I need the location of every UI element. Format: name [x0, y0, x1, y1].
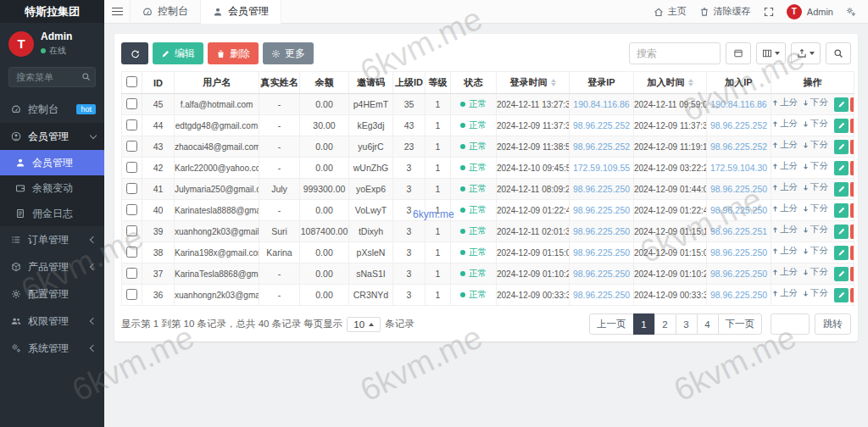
jump-page-input[interactable]: [771, 313, 810, 335]
join-ip-link[interactable]: 172.59.104.30: [710, 163, 767, 173]
table-search-input[interactable]: [629, 42, 721, 64]
row-delete-button[interactable]: [850, 203, 854, 218]
page-button[interactable]: 3: [676, 313, 698, 335]
login-ip-link[interactable]: 98.96.225.250: [573, 247, 630, 258]
fullscreen-icon[interactable]: [764, 7, 774, 17]
join-ip-link[interactable]: 98.96.225.250: [710, 205, 767, 215]
refresh-button[interactable]: [121, 42, 148, 64]
row-edit-button[interactable]: [834, 225, 849, 239]
join-ip-link[interactable]: 98.96.225.251: [710, 226, 767, 236]
deduct-score-link[interactable]: 下分: [802, 181, 828, 193]
page-button[interactable]: 4: [697, 313, 719, 335]
select-all-checkbox[interactable]: [126, 76, 137, 87]
row-checkbox[interactable]: [126, 98, 137, 109]
add-score-link[interactable]: 上分: [771, 160, 798, 172]
row-delete-button[interactable]: [850, 140, 854, 154]
deduct-score-link[interactable]: 下分: [802, 118, 828, 130]
join-ip-link[interactable]: 98.96.225.252: [710, 141, 767, 152]
page-button[interactable]: 1: [633, 313, 655, 335]
sidebar-item[interactable]: 系统管理: [0, 335, 104, 362]
jump-button[interactable]: 跳转: [815, 313, 851, 335]
join-ip-link[interactable]: 98.96.225.252: [710, 120, 767, 130]
row-delete-button[interactable]: [850, 161, 854, 175]
export-dropdown-button[interactable]: [791, 42, 821, 64]
login-ip-link[interactable]: 190.84.116.86: [573, 99, 629, 109]
row-checkbox[interactable]: [126, 247, 137, 258]
sidebar-item[interactable]: 订单管理: [0, 226, 104, 253]
row-edit-button[interactable]: [834, 161, 849, 175]
row-edit-button[interactable]: [834, 246, 849, 260]
sidebar-subitem[interactable]: 佣金日志: [0, 201, 104, 226]
add-score-link[interactable]: 上分: [771, 118, 798, 130]
deduct-score-link[interactable]: 下分: [802, 97, 828, 108]
add-score-link[interactable]: 上分: [771, 245, 798, 257]
row-edit-button[interactable]: [834, 288, 849, 302]
edit-button[interactable]: 编辑: [153, 42, 203, 64]
sidebar-item[interactable]: 权限管理: [0, 308, 104, 335]
add-score-link[interactable]: 上分: [771, 139, 798, 151]
row-edit-button[interactable]: [834, 97, 849, 112]
row-checkbox[interactable]: [126, 289, 137, 300]
add-score-link[interactable]: 上分: [771, 97, 798, 108]
login-ip-link[interactable]: 98.96.225.252: [573, 120, 630, 130]
deduct-score-link[interactable]: 下分: [802, 245, 828, 257]
row-checkbox[interactable]: [126, 268, 137, 279]
row-checkbox[interactable]: [126, 225, 137, 236]
join-ip-link[interactable]: 98.96.225.250: [710, 184, 767, 194]
deduct-score-link[interactable]: 下分: [802, 202, 828, 214]
login-ip-link[interactable]: 172.59.109.55: [573, 163, 630, 173]
row-delete-button[interactable]: [850, 288, 854, 302]
row-delete-button[interactable]: [850, 97, 854, 112]
deduct-score-link[interactable]: 下分: [802, 139, 828, 151]
row-delete-button[interactable]: [850, 267, 854, 281]
login-ip-link[interactable]: 98.96.225.250: [573, 226, 630, 236]
deduct-score-link[interactable]: 下分: [802, 224, 828, 236]
deduct-score-link[interactable]: 下分: [802, 287, 828, 299]
login-ip-link[interactable]: 98.96.225.250: [573, 184, 630, 194]
join-ip-link[interactable]: 98.96.225.250: [710, 269, 767, 279]
row-checkbox[interactable]: [126, 119, 137, 130]
login-ip-link[interactable]: 98.96.225.250: [573, 290, 630, 300]
login-ip-link[interactable]: 98.96.225.250: [573, 269, 630, 279]
sidebar-item[interactable]: 控制台hot: [0, 96, 104, 123]
add-score-link[interactable]: 上分: [771, 181, 798, 193]
page-button[interactable]: 2: [654, 313, 676, 335]
login-ip-link[interactable]: 98.96.225.252: [573, 141, 630, 152]
home-link[interactable]: 主页: [654, 5, 687, 18]
hamburger-icon[interactable]: [104, 0, 130, 24]
deduct-score-link[interactable]: 下分: [802, 266, 828, 278]
add-score-link[interactable]: 上分: [771, 224, 798, 236]
login-ip-link[interactable]: 98.96.225.250: [573, 205, 630, 215]
columns-dropdown-button[interactable]: [756, 42, 786, 64]
add-score-link[interactable]: 上分: [771, 202, 798, 214]
sidebar-subitem[interactable]: 余额变动: [0, 175, 104, 201]
search-button[interactable]: [826, 42, 851, 64]
tab-active[interactable]: 会员管理: [200, 0, 281, 24]
column-header[interactable]: 加入时间: [634, 72, 707, 94]
row-edit-button[interactable]: [834, 267, 849, 281]
join-ip-link[interactable]: 98.96.225.250: [710, 290, 767, 300]
row-checkbox[interactable]: [126, 204, 137, 215]
row-delete-button[interactable]: [850, 246, 854, 260]
settings-cogs-icon[interactable]: [846, 7, 856, 17]
page-size-select[interactable]: 10: [347, 317, 381, 332]
join-ip-link[interactable]: 190.84.116.86: [710, 99, 766, 109]
sidebar-item[interactable]: 产品管理: [0, 253, 104, 280]
add-score-link[interactable]: 上分: [771, 287, 798, 299]
row-edit-button[interactable]: [834, 182, 849, 197]
add-score-link[interactable]: 上分: [771, 266, 798, 278]
toggle-pagination-button[interactable]: [726, 42, 751, 64]
tab-inactive[interactable]: 控制台: [130, 0, 200, 24]
join-ip-link[interactable]: 98.96.225.250: [710, 247, 767, 258]
row-checkbox[interactable]: [126, 183, 137, 194]
next-page-button[interactable]: 下一页: [718, 313, 763, 335]
row-edit-button[interactable]: [834, 203, 849, 218]
row-delete-button[interactable]: [850, 182, 854, 197]
row-delete-button[interactable]: [850, 119, 854, 133]
row-checkbox[interactable]: [126, 141, 137, 152]
clear-cache-link[interactable]: 清除缓存: [699, 5, 751, 18]
column-header[interactable]: 登录时间: [497, 72, 570, 94]
sidebar-subitem[interactable]: 会员管理: [0, 150, 104, 175]
admin-menu[interactable]: T Admin: [787, 4, 833, 19]
prev-page-button[interactable]: 上一页: [589, 313, 634, 335]
